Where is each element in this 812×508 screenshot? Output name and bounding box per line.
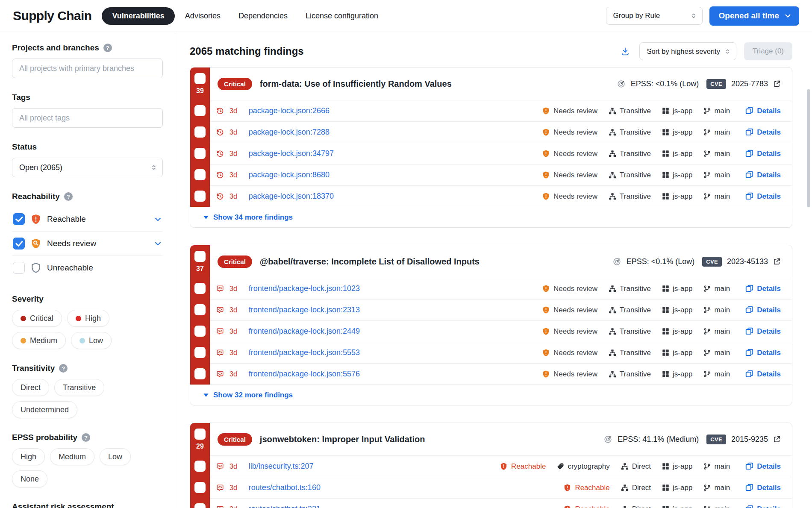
finding-card: 37 Critical @babel/traverse: Incomplete … <box>190 245 792 405</box>
details-link[interactable]: Details <box>745 505 781 508</box>
details-link[interactable]: Details <box>745 462 781 471</box>
row-checkbox[interactable] <box>194 347 206 358</box>
help-icon[interactable]: ? <box>82 433 90 442</box>
finding-file-link[interactable]: frontend/package-lock.json:1023 <box>249 284 360 293</box>
details-link[interactable]: Details <box>745 349 781 357</box>
finding-file-link[interactable]: frontend/package-lock.json:5576 <box>249 370 360 379</box>
finding-row: 3d frontend/package-lock.json:1023 Needs… <box>190 278 792 299</box>
finding-row: 3d package-lock.json:7288 Needs review <box>190 121 792 143</box>
assistant-risk-label: Assistant risk assessment <box>12 502 114 508</box>
finding-file-link[interactable]: package-lock.json:2666 <box>249 106 330 115</box>
details-link[interactable]: Details <box>745 370 781 379</box>
reachability-status: Needs review <box>542 285 597 293</box>
row-checkbox[interactable] <box>194 461 206 472</box>
finding-file-link[interactable]: package-lock.json:34797 <box>249 149 334 158</box>
finding-file-link[interactable]: package-lock.json:18370 <box>249 192 334 201</box>
group-checkbox[interactable] <box>194 251 206 262</box>
tags-input[interactable] <box>12 108 163 128</box>
external-link-icon[interactable] <box>773 258 781 265</box>
show-more-findings[interactable]: Show 32 more findings <box>190 385 792 405</box>
triage-button[interactable]: Triage (0) <box>744 42 792 60</box>
finding-file-link[interactable]: lib/insecurity.ts:207 <box>249 462 314 471</box>
group-by-select[interactable]: Group by Rule <box>606 7 703 25</box>
status-select[interactable]: Open (2065) <box>12 158 163 177</box>
severity-badge: Critical <box>218 78 252 90</box>
row-checkbox[interactable] <box>194 304 206 315</box>
severity-filter: Severity Critical High <box>12 294 163 349</box>
epss-pill[interactable]: Medium <box>50 448 94 465</box>
external-link-icon[interactable] <box>773 435 781 443</box>
tab[interactable]: Vulnerabilities <box>102 7 174 25</box>
chevron-down-icon[interactable] <box>154 240 162 248</box>
row-checkbox[interactable] <box>194 169 206 180</box>
branch-info: main <box>703 349 730 357</box>
finding-file-link[interactable]: routes/chatbot.ts:160 <box>249 483 321 492</box>
details-link[interactable]: Details <box>745 306 781 314</box>
transitivity-pill[interactable]: Direct <box>12 379 49 396</box>
external-link-icon[interactable] <box>773 80 781 88</box>
details-link[interactable]: Details <box>745 484 781 492</box>
details-link[interactable]: Details <box>745 107 781 115</box>
reachability-option[interactable]: Needs review <box>12 231 163 255</box>
git-branch-icon <box>703 129 711 136</box>
details-link[interactable]: Details <box>745 150 781 158</box>
group-checkbox[interactable] <box>194 73 206 84</box>
details-link[interactable]: Details <box>745 285 781 293</box>
chevron-down-icon[interactable] <box>154 215 162 223</box>
row-checkbox[interactable] <box>194 368 206 379</box>
details-link[interactable]: Details <box>745 128 781 137</box>
show-more-findings[interactable]: Show 34 more findings <box>190 207 792 227</box>
finding-file-link[interactable]: frontend/package-lock.json:2449 <box>249 327 360 336</box>
group-checkbox[interactable] <box>194 429 206 440</box>
finding-file-link[interactable]: routes/chatbot.ts:221 <box>249 505 321 508</box>
details-link[interactable]: Details <box>745 171 781 179</box>
reachability-option[interactable]: Unreachable <box>12 255 163 280</box>
help-icon[interactable]: ? <box>59 364 68 373</box>
dependency-tree-icon <box>609 150 616 158</box>
transitivity-info: Transitive <box>609 327 651 336</box>
row-checkbox[interactable] <box>194 503 206 508</box>
row-checkbox[interactable] <box>194 126 206 138</box>
row-checkbox[interactable] <box>194 326 206 337</box>
row-checkbox[interactable] <box>194 482 206 493</box>
finding-file-link[interactable]: frontend/package-lock.json:5553 <box>249 348 360 357</box>
details-link[interactable]: Details <box>745 192 781 201</box>
checkbox[interactable] <box>13 213 25 225</box>
branch-info: main <box>703 285 730 293</box>
row-checkbox[interactable] <box>194 283 206 294</box>
severity-pill[interactable]: Low <box>71 332 112 349</box>
finding-file-link[interactable]: frontend/package-lock.json:2313 <box>249 305 360 314</box>
severity-pill[interactable]: Critical <box>12 310 62 327</box>
tab[interactable]: Dependencies <box>231 7 295 25</box>
tab[interactable]: License configuration <box>298 7 386 25</box>
severity-pill[interactable]: Medium <box>12 332 66 349</box>
row-checkbox[interactable] <box>194 148 206 159</box>
finding-file-link[interactable]: package-lock.json:8680 <box>249 170 330 179</box>
epss-pill[interactable]: Low <box>100 448 131 465</box>
checkbox[interactable] <box>13 262 25 274</box>
transitivity-pill[interactable]: Transitive <box>54 379 104 396</box>
row-checkbox[interactable] <box>194 191 206 202</box>
finding-file-link[interactable]: package-lock.json:7288 <box>249 128 330 137</box>
details-panels-icon <box>745 484 753 492</box>
details-link[interactable]: Details <box>745 327 781 336</box>
sort-select[interactable]: Sort by highest severity <box>639 42 736 60</box>
download-button[interactable] <box>619 45 632 58</box>
row-checkbox[interactable] <box>194 105 206 116</box>
details-panels-icon <box>745 150 753 158</box>
finding-count-badge: 39 <box>196 87 204 95</box>
projects-input[interactable] <box>12 59 163 78</box>
transitivity-pill[interactable]: Undetermined <box>12 401 77 418</box>
help-icon[interactable]: ? <box>103 44 112 52</box>
help-icon[interactable]: ? <box>64 192 73 201</box>
select-updown-icon <box>690 12 697 19</box>
scrollbar[interactable] <box>807 89 810 207</box>
epss-pill[interactable]: None <box>12 470 47 487</box>
reachability-option[interactable]: Reachable <box>12 207 163 231</box>
finding-age: 3d <box>229 370 237 378</box>
opened-filter-button[interactable]: Opened all time <box>709 6 799 26</box>
epss-pill[interactable]: High <box>12 448 45 465</box>
checkbox[interactable] <box>13 238 25 250</box>
severity-pill[interactable]: High <box>67 310 109 327</box>
tab[interactable]: Advisories <box>177 7 228 25</box>
